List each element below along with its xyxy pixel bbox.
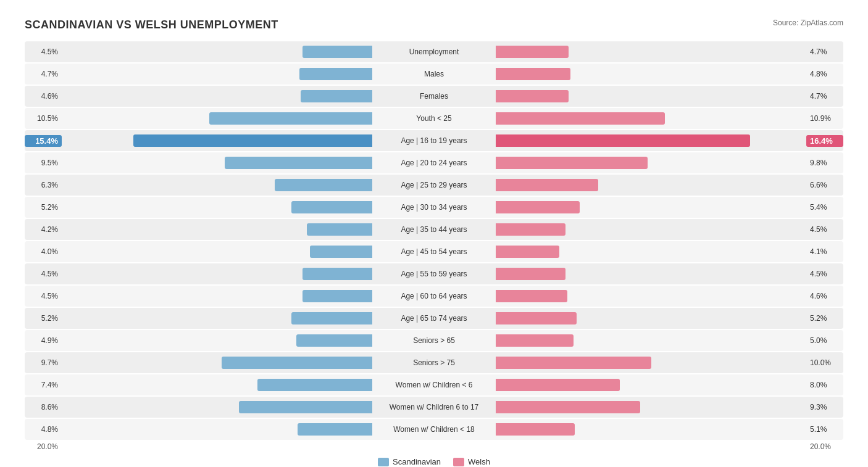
row-label: Age | 60 to 64 years xyxy=(372,292,496,300)
bar-left xyxy=(299,68,372,80)
row-label: Women w/ Children 6 to 17 xyxy=(372,403,496,411)
row-label: Age | 35 to 44 years xyxy=(372,225,496,234)
bar-row: 4.9% Seniors > 65 5.0% xyxy=(25,330,843,351)
bar-right xyxy=(496,90,569,102)
bar-left xyxy=(303,268,372,280)
bar-left xyxy=(303,290,372,302)
val-right: 4.8% xyxy=(806,70,843,78)
bar-left xyxy=(257,379,372,391)
val-right: 9.3% xyxy=(806,403,843,411)
bar-left xyxy=(209,112,372,125)
bar-row: 6.3% Age | 25 to 29 years 6.6% xyxy=(25,175,843,196)
legend-welsh: Welsh xyxy=(453,457,490,466)
val-right: 16.4% xyxy=(806,135,843,147)
bar-row: 10.5% Youth < 25 10.9% xyxy=(25,108,843,129)
val-left: 4.6% xyxy=(25,92,62,101)
bar-row: 4.5% Age | 60 to 64 years 4.6% xyxy=(25,286,843,307)
row-label: Age | 25 to 29 years xyxy=(372,181,496,189)
val-left: 9.7% xyxy=(25,358,62,367)
axis-left-label: 20.0% xyxy=(25,442,62,451)
scandinavian-swatch xyxy=(378,458,389,466)
bar-right xyxy=(496,179,598,191)
val-left: 4.0% xyxy=(25,247,62,256)
val-right: 10.0% xyxy=(806,358,843,367)
val-left: 6.3% xyxy=(25,181,62,189)
val-right: 9.8% xyxy=(806,159,843,167)
row-label: Age | 16 to 19 years xyxy=(372,136,496,145)
bar-row: 4.6% Females 4.7% xyxy=(25,86,843,107)
val-left: 8.6% xyxy=(25,403,62,411)
bar-right xyxy=(496,201,580,213)
row-label: Females xyxy=(372,92,496,101)
row-label: Males xyxy=(372,70,496,78)
bar-right xyxy=(496,157,648,169)
val-right: 5.2% xyxy=(806,314,843,323)
bar-right xyxy=(496,246,559,258)
row-label: Women w/ Children < 18 xyxy=(372,425,496,434)
row-label: Seniors > 65 xyxy=(372,336,496,345)
val-right: 5.4% xyxy=(806,203,843,212)
row-label: Age | 30 to 34 years xyxy=(372,203,496,212)
chart-container: SCANDINAVIAN VS WELSH UNEMPLOYMENT Sourc… xyxy=(12,12,856,467)
bar-row: 15.4% Age | 16 to 19 years 16.4% xyxy=(25,130,843,151)
bar-right xyxy=(496,134,750,147)
bar-row: 4.5% Unemployment 4.7% xyxy=(25,41,843,62)
val-left: 10.5% xyxy=(25,114,62,123)
scandinavian-label: Scandinavian xyxy=(393,457,441,466)
bar-left xyxy=(291,312,372,324)
val-right: 5.1% xyxy=(806,425,843,434)
bar-row: 4.7% Males 4.8% xyxy=(25,64,843,85)
val-left: 5.2% xyxy=(25,203,62,212)
val-right: 10.9% xyxy=(806,114,843,123)
val-right: 4.5% xyxy=(806,225,843,234)
bar-row: 5.2% Age | 30 to 34 years 5.4% xyxy=(25,197,843,218)
row-label: Women w/ Children < 6 xyxy=(372,381,496,389)
bar-right xyxy=(496,290,567,302)
val-left: 4.9% xyxy=(25,336,62,345)
val-left: 4.5% xyxy=(25,48,62,56)
bar-right xyxy=(496,401,640,413)
row-label: Seniors > 75 xyxy=(372,358,496,367)
val-right: 4.6% xyxy=(806,292,843,300)
axis-row: 20.0% 20.0% xyxy=(25,442,843,451)
bar-left xyxy=(310,246,372,258)
bar-right xyxy=(496,334,574,347)
val-left: 4.8% xyxy=(25,425,62,434)
val-right: 4.1% xyxy=(806,247,843,256)
bar-row: 4.0% Age | 45 to 54 years 4.1% xyxy=(25,241,843,262)
bar-right xyxy=(496,112,665,125)
val-right: 4.5% xyxy=(806,270,843,278)
bar-row: 8.6% Women w/ Children 6 to 17 9.3% xyxy=(25,397,843,418)
val-left: 4.7% xyxy=(25,70,62,78)
bar-row: 5.2% Age | 65 to 74 years 5.2% xyxy=(25,308,843,329)
bar-right xyxy=(496,268,565,280)
bar-row: 9.7% Seniors > 75 10.0% xyxy=(25,352,843,373)
bar-right xyxy=(496,46,569,58)
legend: Scandinavian Welsh xyxy=(25,457,843,466)
bar-right xyxy=(496,223,565,236)
val-left: 15.4% xyxy=(25,135,62,147)
axis-right-label: 20.0% xyxy=(806,442,843,451)
val-right: 4.7% xyxy=(806,48,843,56)
bar-left xyxy=(133,134,372,147)
val-left: 7.4% xyxy=(25,381,62,389)
bar-left xyxy=(303,46,372,58)
bar-left xyxy=(275,179,372,191)
bar-left xyxy=(239,401,372,413)
bar-left xyxy=(225,157,372,169)
val-right: 8.0% xyxy=(806,381,843,389)
val-left: 9.5% xyxy=(25,159,62,167)
val-left: 4.5% xyxy=(25,292,62,300)
bar-left xyxy=(222,357,372,369)
val-left: 4.5% xyxy=(25,270,62,278)
bar-left xyxy=(296,334,372,347)
chart-body: 4.5% Unemployment 4.7% 4.7% Males 4.8% 4… xyxy=(25,41,843,440)
row-label: Youth < 25 xyxy=(372,114,496,123)
bar-row: 4.8% Women w/ Children < 18 5.1% xyxy=(25,419,843,440)
chart-header: SCANDINAVIAN VS WELSH UNEMPLOYMENT Sourc… xyxy=(25,19,843,31)
bar-right xyxy=(496,423,575,436)
row-label: Age | 45 to 54 years xyxy=(372,247,496,256)
row-label: Age | 65 to 74 years xyxy=(372,314,496,323)
welsh-swatch xyxy=(453,458,464,466)
welsh-label: Welsh xyxy=(468,457,490,466)
